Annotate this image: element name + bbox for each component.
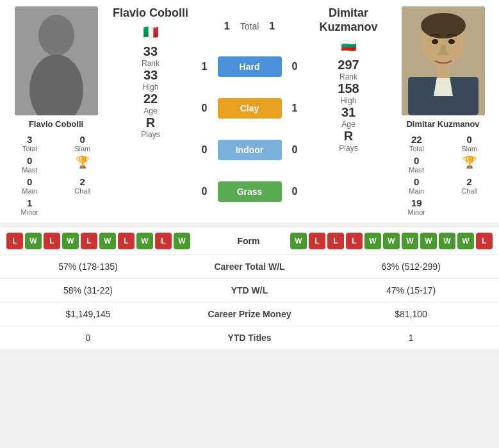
p1-mast2: 0 Main	[6, 176, 54, 195]
p1-indoor-score: 0	[197, 144, 213, 156]
form-pill-l: L	[118, 233, 135, 249]
form-pill-w: W	[364, 233, 381, 249]
p1-ytd-wl: 58% (31-22)	[0, 279, 176, 303]
form-pill-w: W	[383, 233, 400, 249]
p1-career-wl: 57% (178-135)	[0, 255, 176, 279]
prize-row: $1,149,145 Career Prize Money $81,100	[0, 303, 499, 326]
p2-indoor-score: 0	[287, 144, 303, 156]
p1-slam: 0 Slam	[59, 134, 107, 153]
p1-high-stat: 33 High	[143, 68, 159, 92]
form-pill-w: W	[99, 233, 116, 249]
court-clay-badge: Clay	[218, 98, 282, 119]
p1-chall: 2 Chall	[59, 176, 107, 195]
p2-grass-score: 0	[287, 186, 303, 197]
svg-point-9	[432, 39, 438, 44]
p2-main: 0 Main	[393, 176, 441, 195]
player2-middle-stats: 297 Rank 158 High 31 Age R Plays	[307, 54, 390, 156]
p2-career-wl: 63% (512-299)	[323, 255, 499, 279]
player1-middle: Flavio Cobolli 🇮🇹 33 Rank 33 High 22 Age…	[109, 6, 192, 216]
player1-name-top: Flavio Cobolli	[113, 6, 188, 21]
player1-form: LWLWLWLWLW	[6, 233, 207, 249]
form-label: Form	[207, 236, 290, 246]
court-grass-row: 0 Grass 0	[192, 181, 307, 202]
p1-rank-stat: 33 Rank	[142, 44, 160, 68]
p2-age-stat: 31 Age	[341, 105, 356, 129]
form-pill-l: L	[476, 233, 493, 249]
career-wl-row: 57% (178-135) Career Total W/L 63% (512-…	[0, 255, 499, 279]
form-pill-w: W	[402, 233, 418, 249]
p1-hard-score: 1	[197, 61, 213, 72]
player1-name: Flavio Cobolli	[29, 119, 83, 129]
ytd-titles-label: YTD Titles	[176, 326, 323, 350]
svg-marker-7	[434, 77, 453, 96]
form-pill-w: W	[290, 233, 307, 249]
p2-hard-score: 0	[287, 61, 303, 72]
p1-grass-score: 0	[197, 186, 213, 197]
p1-minor: 1 Minor	[6, 197, 54, 216]
p2-ytd-titles: 1	[323, 326, 499, 350]
p1-total: 3 Total	[6, 134, 54, 153]
court-indoor-row: 0 Indoor 0	[192, 140, 307, 160]
svg-rect-8	[437, 64, 450, 78]
p2-total: 22 Total	[393, 134, 441, 153]
court-indoor-badge: Indoor	[218, 140, 282, 160]
p2-prize: $81,100	[323, 303, 499, 326]
player2-name-top: Dimitar Kuzmanov	[307, 6, 390, 34]
p1-trophy: 🏆	[59, 155, 107, 174]
svg-point-1	[38, 15, 74, 56]
stats-table: 57% (178-135) Career Total W/L 63% (512-…	[0, 254, 499, 349]
form-pill-w: W	[420, 233, 437, 249]
ytd-wl-row: 58% (31-22) YTD W/L 47% (15-17)	[0, 279, 499, 303]
court-clay-row: 0 Clay 1	[192, 98, 307, 119]
form-pill-l: L	[346, 233, 363, 249]
player2-photo	[402, 6, 485, 115]
player2-name: Dimitar Kuzmanov	[406, 119, 479, 129]
player2-card: Dimitar Kuzmanov 22 Total 0 Slam 0 Mast …	[390, 6, 496, 216]
player1-stats: 3 Total 0 Slam 0 Mast 🏆 0 Main 2	[3, 134, 109, 216]
p2-rank-stat: 297 Rank	[338, 58, 359, 81]
p1-age-stat: 22 Age	[143, 92, 158, 115]
player2-flag: 🇧🇬	[339, 39, 357, 52]
p2-plays-stat: R Plays	[339, 129, 357, 153]
player2-photo-img	[402, 6, 485, 115]
player1-flag: 🇮🇹	[142, 26, 160, 38]
main-container: Flavio Cobolli 3 Total 0 Slam 0 Mast 🏆 0	[0, 0, 499, 349]
form-row: LWLWLWLWLW Form WLLLWWWWWWL	[0, 228, 499, 254]
form-pill-l: L	[327, 233, 344, 249]
player2-stats: 22 Total 0 Slam 0 Mast 🏆 0 Main 2	[390, 134, 496, 216]
form-pill-w: W	[25, 233, 42, 249]
court-grass-badge: Grass	[218, 181, 282, 202]
svg-point-5	[421, 13, 466, 38]
p2-slam: 0 Slam	[446, 134, 494, 153]
court-hard-badge: Hard	[218, 56, 282, 77]
court-section: 1 Total 1 1 Hard 0 0 Clay 1 0 Indoor 0	[192, 6, 307, 216]
p2-mast: 0 Mast	[393, 155, 441, 174]
form-pill-w: W	[174, 233, 190, 249]
player2-middle: Dimitar Kuzmanov 🇧🇬 297 Rank 158 High 31…	[307, 6, 390, 216]
ytd-wl-label: YTD W/L	[176, 279, 323, 303]
form-pill-w: W	[136, 233, 153, 249]
career-wl-label: Career Total W/L	[176, 255, 323, 279]
p2-high-stat: 158 High	[338, 81, 359, 105]
prize-label: Career Prize Money	[176, 303, 323, 326]
form-pill-w: W	[457, 233, 474, 249]
bottom-section: LWLWLWLWLW Form WLLLWWWWWWL 57% (178-135…	[0, 228, 499, 349]
total-row: 1 Total 1	[219, 21, 281, 32]
svg-point-10	[448, 39, 455, 44]
p2-clay-score: 1	[287, 103, 303, 114]
ytd-titles-row: 0 YTD Titles 1	[0, 326, 499, 350]
form-pill-w: W	[62, 233, 79, 249]
top-section: Flavio Cobolli 3 Total 0 Slam 0 Mast 🏆 0	[0, 0, 499, 222]
p1-plays-stat: R Plays	[141, 115, 160, 139]
form-pill-l: L	[44, 233, 60, 249]
p2-chall: 2 Chall	[446, 176, 494, 195]
player1-middle-stats: 33 Rank 33 High 22 Age R Plays	[109, 41, 192, 142]
p2-minor: 19 Minor	[393, 197, 441, 216]
p1-ytd-titles: 0	[0, 326, 176, 350]
form-pill-w: W	[439, 233, 455, 249]
court-hard-row: 1 Hard 0	[192, 56, 307, 77]
form-pill-l: L	[155, 233, 172, 249]
form-pill-l: L	[81, 233, 97, 249]
form-pill-l: L	[6, 233, 23, 249]
player1-photo	[15, 6, 98, 115]
